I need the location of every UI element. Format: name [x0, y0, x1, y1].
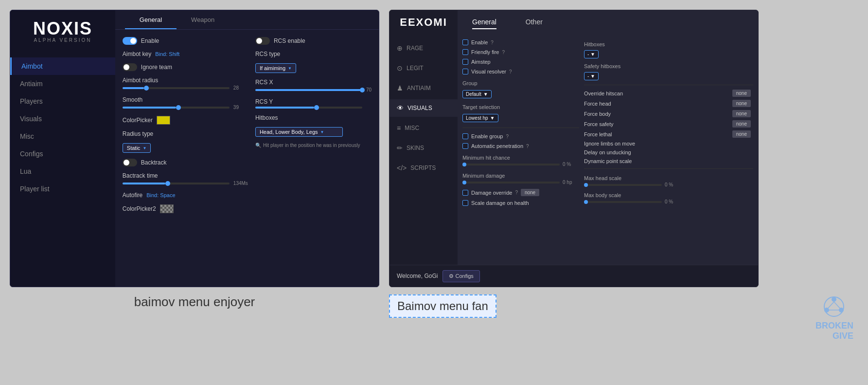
e-min-dmg-track[interactable] [462, 182, 560, 183]
e-safety-dropdown-row: - ▼ [584, 72, 753, 80]
eexomi-nav-scripts-label: SCRIPTS [410, 165, 436, 171]
rcs-type-dropdown[interactable]: If aimiming ▼ [255, 63, 296, 73]
rcs-enable-toggle[interactable] [255, 37, 270, 45]
autofire-bind[interactable]: Bind: Space [146, 192, 175, 198]
smooth-track[interactable] [123, 107, 230, 109]
e-auto-pen-checkbox[interactable] [462, 143, 468, 149]
e-max-body-track[interactable] [584, 201, 662, 203]
e-group-dropdown[interactable]: Default ▼ [462, 90, 492, 98]
visuals-icon: 👁 [397, 104, 404, 112]
e-force-lethal-btn[interactable]: none [732, 130, 751, 138]
sidebar-item-misc[interactable]: Misc [10, 128, 115, 145]
eexomi-tab-general[interactable]: General [472, 16, 496, 29]
e-dynamic-point-label: Dynamic point scale [584, 158, 632, 164]
smooth-slider-row: 39 [123, 105, 248, 110]
e-force-head-row: Force head none [584, 100, 753, 107]
tab-general[interactable]: General [125, 10, 177, 29]
eexomi-tab-other[interactable]: Other [526, 16, 543, 29]
caption-right-text: Baimov menu fan [397, 299, 488, 312]
smooth-value: 39 [233, 105, 239, 110]
e-dmg-override-btn[interactable]: none [521, 189, 539, 196]
eexomi-nav-legit[interactable]: ⊙ LEGIT [390, 59, 458, 77]
e-target-value: Lowest hp [466, 115, 488, 121]
e-force-safety-label: Force safety [584, 121, 614, 127]
eexomi-nav-antiaim-label: ANTIAIM [407, 85, 431, 92]
e-scale-dmg-checkbox[interactable] [462, 200, 468, 206]
hint-text: Hit player in the position he was in pre… [263, 143, 360, 148]
e-auto-pen-label: Automatic penetration [471, 143, 523, 149]
tab-weapon[interactable]: Weapon [177, 10, 229, 29]
caption-right-area: Baimov menu fan BROKENGIVE [389, 294, 858, 341]
enable-toggle[interactable] [123, 37, 137, 45]
e-force-head-btn[interactable]: none [732, 100, 751, 107]
hitboxes-dropdown[interactable]: Head, Lower Body, Legs ▼ [255, 127, 343, 137]
hint-icon: 🔍 [255, 143, 261, 148]
e-group-label: Group [462, 80, 579, 86]
aimbot-key-bind[interactable]: Bind: Shift [155, 51, 179, 57]
e-force-safety-btn[interactable]: none [732, 120, 751, 128]
ignore-team-toggle[interactable] [123, 63, 137, 71]
configs-button[interactable]: ⚙ Configs [443, 270, 479, 282]
e-max-head-value: 0 % [665, 182, 673, 187]
eexomi-nav-rage[interactable]: ⊕ RAGE [390, 39, 458, 57]
noxis-right-col: RCS enable RCS type If aimiming ▼ [255, 37, 372, 279]
aimbot-radius-track[interactable] [123, 87, 230, 89]
e-auto-pen-row: Automatic penetration ? [462, 143, 579, 149]
sidebar-item-lua[interactable]: Lua [10, 163, 115, 180]
radius-type-row: Radius type [123, 130, 248, 137]
sidebar-item-aimbot[interactable]: Aimbot [10, 57, 115, 75]
eexomi-nav-visuals[interactable]: 👁 VISUALS [390, 99, 458, 117]
e-visual-resolver-q: ? [509, 69, 512, 74]
e-max-head-track[interactable] [584, 184, 662, 186]
color-picker2-box[interactable] [160, 204, 174, 213]
e-ignore-limbs-row: Ignore limbs on move [584, 141, 753, 147]
e-target-dropdown[interactable]: Lowest hp ▼ [462, 114, 498, 122]
e-ignore-limbs-label: Ignore limbs on move [584, 141, 635, 147]
e-force-body-label: Force body [584, 111, 611, 117]
backtrack-label: Backtrack [141, 159, 167, 166]
skins-icon: ✏ [397, 144, 403, 152]
e-aimstep-checkbox[interactable] [462, 59, 468, 65]
e-dmg-override-checkbox[interactable] [462, 190, 468, 196]
sidebar-item-playerlist[interactable]: Player list [10, 180, 115, 198]
rcs-type-dropdown-row: If aimiming ▼ [255, 63, 372, 73]
rcs-x-track[interactable] [255, 89, 362, 91]
sidebar-item-antiaim[interactable]: Antiaim [10, 75, 115, 92]
radius-type-dropdown[interactable]: Static ▼ [123, 143, 151, 153]
antiaim-icon: ♟ [397, 84, 403, 92]
e-safety-dropdown[interactable]: - ▼ [584, 72, 599, 80]
sidebar-item-players[interactable]: Players [10, 92, 115, 110]
backtrack-toggle[interactable] [123, 159, 137, 166]
e-visual-resolver-checkbox[interactable] [462, 69, 468, 74]
e-force-body-btn[interactable]: none [732, 110, 751, 117]
e-group-value: Default [466, 92, 481, 97]
e-min-hit-value: 0 % [563, 162, 571, 167]
eexomi-nav-scripts[interactable]: </> SCRIPTS [390, 159, 458, 177]
e-visual-resolver-row: Visual resolver ? [462, 69, 579, 74]
e-enable-group-checkbox[interactable] [462, 133, 468, 139]
e-hitboxes-dropdown[interactable]: - ▼ [584, 50, 599, 58]
color-picker-label: ColorPicker [123, 117, 153, 124]
rcs-type-label: RCS type [255, 51, 280, 57]
rcs-enable-row: RCS enable [255, 37, 372, 45]
aimbot-radius-value: 28 [233, 85, 239, 91]
noxis-version: ALPHA VERSION [33, 37, 92, 43]
noxis-nav: Aimbot Antiaim Players Visuals Misc Conf… [10, 57, 115, 198]
e-max-body-value: 0 % [665, 199, 673, 204]
e-enable-checkbox[interactable] [462, 39, 468, 45]
rcs-x-label: RCS X [255, 79, 372, 86]
eexomi-nav-misc[interactable]: ≡ MISC [390, 119, 458, 137]
sidebar-item-visuals[interactable]: Visuals [10, 110, 115, 128]
e-friendly-fire-checkbox[interactable] [462, 49, 468, 55]
sidebar-item-configs[interactable]: Configs [10, 145, 115, 163]
color-picker-box[interactable] [157, 116, 170, 125]
rcs-y-track[interactable] [255, 107, 362, 109]
backtrack-row: Backtrack [123, 159, 248, 166]
e-min-hit-track[interactable] [462, 164, 560, 165]
e-override-hitscan-btn[interactable]: none [732, 90, 751, 97]
eexomi-nav-skins[interactable]: ✏ SKINS [390, 139, 458, 157]
eexomi-nav-antiaim[interactable]: ♟ ANTIAIM [390, 79, 458, 97]
radius-type-arrow: ▼ [142, 146, 146, 150]
backtrack-track[interactable] [123, 183, 230, 184]
eexomi-footer: Welcome, GoGi ⚙ Configs [390, 265, 758, 287]
